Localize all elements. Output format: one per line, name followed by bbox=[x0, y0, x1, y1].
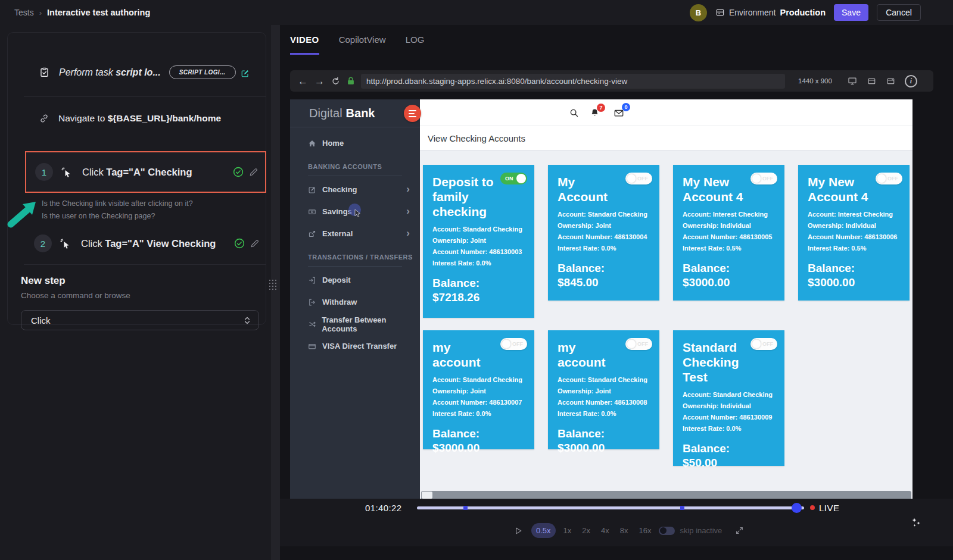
timeline-handle[interactable] bbox=[792, 503, 802, 513]
bank-nav-item-savings[interactable]: Savings› bbox=[290, 201, 420, 223]
info-icon[interactable]: i bbox=[905, 75, 917, 87]
account-meta: Account: Interest CheckingOwnership: Ind… bbox=[683, 209, 775, 254]
account-card[interactable]: OFFmy accountAccount: Standard CheckingO… bbox=[548, 330, 659, 449]
play-icon[interactable] bbox=[513, 526, 523, 536]
bank-nav-item-withdraw[interactable]: Withdraw bbox=[290, 291, 420, 313]
brand-bank: Bank bbox=[346, 107, 375, 120]
bank-nav-item-checking[interactable]: Checking› bbox=[290, 179, 420, 201]
account-meta-line: Account Number: 486130006 bbox=[808, 231, 900, 243]
account-balance: Balance:$3000.00 bbox=[683, 261, 775, 290]
browser-forward-icon[interactable]: → bbox=[314, 76, 325, 86]
external-icon bbox=[308, 230, 322, 238]
shuffle-icon bbox=[308, 320, 322, 329]
playback-timeline[interactable] bbox=[417, 506, 804, 509]
speed-2x[interactable]: 2x bbox=[582, 526, 590, 535]
url-bar[interactable]: http://prod.dbank.staging-apps.relicx.ai… bbox=[361, 74, 785, 89]
account-active-toggle[interactable]: OFF bbox=[750, 173, 777, 184]
account-card[interactable]: OFFStandard Checking TestAccount: Standa… bbox=[673, 330, 784, 466]
environment-label: Environment bbox=[729, 8, 776, 17]
bank-search-icon[interactable] bbox=[569, 108, 579, 120]
bank-menu-toggle[interactable] bbox=[404, 105, 421, 122]
edit-step-pencil-icon[interactable] bbox=[250, 239, 259, 248]
speed-4x[interactable]: 4x bbox=[601, 526, 609, 535]
account-card[interactable]: OFFMy AccountAccount: Standard CheckingO… bbox=[548, 165, 659, 301]
withdraw-icon bbox=[308, 298, 322, 306]
account-balance: Balance:$3000.00 bbox=[558, 427, 650, 455]
cancel-button[interactable]: Cancel bbox=[877, 4, 921, 21]
edit-step-pencil-icon[interactable] bbox=[249, 168, 258, 177]
bank-nav-label: VISA Direct Transfer bbox=[322, 342, 397, 351]
account-active-toggle[interactable]: OFF bbox=[625, 173, 652, 184]
panel-resize-divider[interactable] bbox=[271, 25, 280, 560]
desktop-view-icon[interactable] bbox=[848, 76, 857, 86]
bank-nav-item-transfer-between-accounts[interactable]: Transfer Between Accounts bbox=[290, 313, 420, 335]
user-avatar[interactable]: B bbox=[690, 4, 707, 21]
account-meta-line: Interest Rate: 0.5% bbox=[808, 243, 900, 254]
account-active-toggle[interactable]: OFF bbox=[876, 173, 902, 184]
account-active-toggle[interactable]: OFF bbox=[500, 338, 527, 350]
skip-inactive-toggle[interactable] bbox=[659, 527, 675, 535]
edit-script-icon[interactable] bbox=[241, 69, 250, 78]
save-button[interactable]: Save bbox=[834, 4, 868, 21]
scrollbar-thumb[interactable] bbox=[422, 492, 432, 499]
script-pill-button[interactable]: SCRIPT LOGI... bbox=[169, 65, 236, 79]
playback-speed-row: 0.5x1x2x4x8x16x skip inactive bbox=[513, 523, 744, 538]
top-bar: Tests › Interactive test authoring B Env… bbox=[0, 0, 953, 25]
horizontal-scrollbar[interactable] bbox=[421, 491, 911, 499]
command-select[interactable]: Click bbox=[21, 310, 259, 330]
skip-inactive-label: skip inactive bbox=[680, 526, 722, 535]
balance-value: $3000.00 bbox=[683, 276, 775, 290]
top-bar-actions: B Environment Production Save Cancel bbox=[690, 0, 921, 25]
tab-log[interactable]: LOG bbox=[406, 35, 425, 55]
account-card[interactable]: ONDeposit to family checkingAccount: Sta… bbox=[423, 165, 534, 318]
bank-nav-item-external[interactable]: External› bbox=[290, 223, 420, 245]
account-card[interactable]: OFFmy accountAccount: Standard CheckingO… bbox=[423, 330, 534, 449]
step-passed-check-icon bbox=[234, 238, 245, 249]
window-view-icon[interactable] bbox=[867, 77, 876, 86]
click-cursor-icon bbox=[60, 238, 71, 249]
account-meta-line: Ownership: Individual bbox=[683, 401, 775, 412]
browser-reload-icon[interactable] bbox=[331, 77, 340, 86]
account-card[interactable]: OFFMy New Account 4Account: Interest Che… bbox=[798, 165, 910, 301]
mail-badge: 0 bbox=[622, 103, 630, 111]
speed-1x[interactable]: 1x bbox=[563, 526, 572, 535]
new-step-subtitle: Choose a command or browse bbox=[21, 291, 130, 300]
speed-8x[interactable]: 8x bbox=[620, 526, 628, 535]
chevron-right-icon: › bbox=[406, 183, 410, 195]
bank-nav-label: Transfer Between Accounts bbox=[322, 315, 420, 333]
bank-nav-item-deposit[interactable]: Deposit bbox=[290, 269, 420, 291]
drag-handle[interactable] bbox=[269, 280, 278, 292]
tab-video[interactable]: VIDEO bbox=[290, 35, 319, 55]
bank-nav-item-visa-direct-transfer[interactable]: VISA Direct Transfer bbox=[290, 335, 420, 357]
tab-copilotview[interactable]: CopilotView bbox=[339, 35, 386, 55]
speed-16x[interactable]: 16x bbox=[639, 526, 652, 535]
environment-value: Production bbox=[780, 8, 826, 17]
balance-value: $845.00 bbox=[558, 276, 650, 290]
test-step-2[interactable]: 2 Click Tag="A" View Checking bbox=[25, 223, 266, 264]
account-active-toggle[interactable]: OFF bbox=[750, 338, 777, 350]
balance-value: $50.00 bbox=[683, 456, 775, 470]
window-alt-view-icon[interactable] bbox=[886, 77, 895, 86]
task-step[interactable]: Perform task script lo... SCRIPT LOGI... bbox=[39, 65, 250, 79]
account-active-toggle[interactable]: OFF bbox=[625, 338, 652, 350]
balance-value: $3000.00 bbox=[558, 441, 650, 455]
navigate-step[interactable]: Navigate to ${BASE_URL}/bank/home bbox=[39, 113, 221, 124]
timeline-event-marker[interactable] bbox=[463, 506, 468, 510]
balance-label: Balance: bbox=[558, 427, 650, 441]
deposit-icon bbox=[308, 276, 322, 284]
live-label: LIVE bbox=[819, 503, 840, 513]
breadcrumb-separator: › bbox=[39, 8, 42, 17]
account-card[interactable]: OFFMy New Account 4Account: Interest Che… bbox=[673, 165, 784, 301]
fullscreen-expand-icon[interactable] bbox=[735, 526, 744, 535]
test-step-1[interactable]: 1 Click Tag="A" Checking bbox=[25, 151, 266, 193]
account-active-toggle[interactable]: ON bbox=[500, 173, 527, 184]
brand-digital: Digital bbox=[309, 107, 342, 120]
environment-selector[interactable]: Environment Production bbox=[715, 8, 826, 17]
speed-0.5x[interactable]: 0.5x bbox=[531, 523, 556, 538]
bank-nav-section-header: TRANSACTIONS / TRANSFERS bbox=[290, 254, 420, 261]
bank-nav-item-home[interactable]: Home bbox=[290, 132, 420, 154]
timeline-event-marker[interactable] bbox=[680, 506, 684, 510]
live-dot bbox=[810, 505, 815, 510]
breadcrumb-tests-link[interactable]: Tests bbox=[14, 8, 34, 17]
browser-back-icon[interactable]: ← bbox=[298, 76, 308, 86]
